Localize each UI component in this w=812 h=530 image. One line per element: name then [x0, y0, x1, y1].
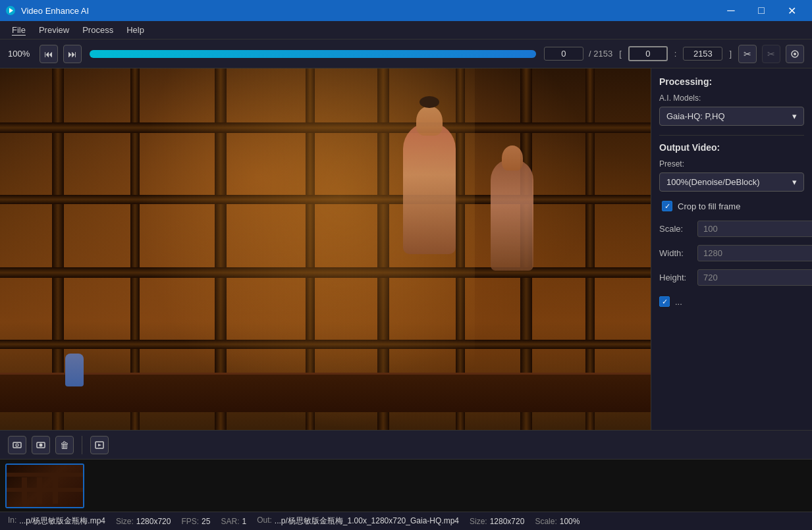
- input-size-status: Size: 1280x720: [116, 517, 171, 526]
- main-content: Processing: A.I. Models: Gaia-HQ: P,HQ ▾…: [0, 68, 812, 430]
- range-close-bracket: ]: [729, 49, 732, 59]
- out-size-label: Size:: [470, 517, 487, 526]
- person2-head: [502, 146, 523, 171]
- total-frames: / 2153: [589, 49, 612, 59]
- record-button[interactable]: [786, 45, 804, 63]
- person-2-silhouette: [491, 159, 533, 271]
- range-start-input[interactable]: [628, 46, 668, 61]
- toolbar-divider: [82, 436, 82, 454]
- step-forward-button[interactable]: ⏭: [63, 45, 82, 63]
- out-size-value: 1280x720: [490, 517, 525, 526]
- person1-ornament: [420, 96, 439, 108]
- scale-label: Scale:: [659, 224, 693, 234]
- input-file-status: In: ...p/杨思敏版金瓶梅.mp4: [8, 516, 105, 527]
- width-field-row: Width: px: [659, 245, 804, 261]
- menu-bar: File Preview Process Help: [0, 21, 812, 40]
- output-file-status: Out: ...p/杨思敏版金瓶梅_1.00x_1280x720_Gaia-HQ…: [257, 516, 459, 527]
- video-preview[interactable]: [0, 68, 651, 430]
- preset-dropdown[interactable]: 100%(Denoise/DeBlock) ▾: [659, 172, 804, 192]
- partial-label: ...: [675, 297, 682, 307]
- size-label: Size:: [116, 517, 134, 526]
- vase: [65, 354, 84, 386]
- screenshot-button[interactable]: [32, 436, 50, 454]
- output-video-title: Output Video:: [659, 142, 804, 153]
- playback-toolbar: 100% ⏮ ⏭ / 2153 [ : ] ✂ ✂: [0, 40, 812, 68]
- height-input[interactable]: [697, 269, 812, 286]
- window-controls: ─ □ ✕: [716, 0, 807, 21]
- skip-back-button[interactable]: ⏮: [40, 45, 58, 63]
- video-frame: [0, 68, 651, 430]
- range-open-bracket: [: [619, 49, 622, 59]
- table-surface: [0, 373, 651, 412]
- add-video-button[interactable]: [90, 436, 109, 454]
- video-thumbnail[interactable]: [5, 464, 84, 508]
- svg-point-7: [40, 443, 43, 446]
- delete-button[interactable]: 🗑: [55, 436, 74, 454]
- fps-value: 25: [202, 517, 210, 526]
- title-bar: Video Enhance AI ─ □ ✕: [0, 0, 812, 21]
- menu-process[interactable]: Process: [76, 22, 120, 38]
- height-field-row: Height: px: [659, 269, 804, 286]
- sar-label: SAR:: [221, 517, 239, 526]
- scale-val: 100%: [560, 517, 580, 526]
- svg-marker-9: [98, 444, 101, 446]
- scale-field-row: Scale: % 🔗: [659, 221, 804, 237]
- separator-1: [659, 135, 804, 136]
- output-scale-status: Scale: 100%: [535, 517, 580, 526]
- side-panel: Processing: A.I. Models: Gaia-HQ: P,HQ ▾…: [651, 68, 812, 430]
- thumbnail-strip: [0, 459, 812, 512]
- sar-value: 1: [242, 517, 246, 526]
- wood-bar-h1: [0, 122, 651, 133]
- partial-checkbox-row: ✓ ...: [659, 294, 804, 309]
- ai-model-chevron-icon: ▾: [792, 111, 797, 121]
- app-icon: [5, 5, 16, 16]
- crop-checkbox[interactable]: ✓: [662, 201, 672, 211]
- sar-status: SAR: 1: [221, 517, 246, 526]
- cut-button[interactable]: ✂: [738, 45, 757, 63]
- ai-models-label: A.I. Models:: [659, 93, 804, 103]
- menu-preview[interactable]: Preview: [32, 22, 76, 38]
- in-value: ...p/杨思敏版金瓶梅.mp4: [19, 516, 105, 527]
- output-size-status: Size: 1280x720: [470, 517, 524, 526]
- person-1-silhouette: [403, 122, 456, 254]
- partial-checkbox[interactable]: ✓: [659, 296, 670, 307]
- svg-point-3: [794, 53, 796, 55]
- out-label: Out:: [257, 516, 272, 527]
- wood-bar-h2: [0, 195, 651, 204]
- in-label: In:: [8, 516, 16, 527]
- preset-label: Preset:: [659, 159, 804, 169]
- preset-value: 100%(Denoise/DeBlock): [666, 177, 760, 187]
- width-input[interactable]: [697, 245, 812, 261]
- timeline-fill: [90, 50, 536, 58]
- app-title: Video Enhance AI: [21, 6, 716, 16]
- screenshot-add-button[interactable]: [8, 436, 26, 454]
- scale-input[interactable]: [697, 221, 812, 237]
- scale-key: Scale:: [535, 517, 556, 526]
- bottom-toolbar: 🗑: [0, 430, 812, 459]
- svg-rect-4: [13, 442, 21, 448]
- wood-bar-h3: [0, 267, 651, 278]
- person1-head: [416, 106, 443, 136]
- range-end-input[interactable]: [683, 47, 722, 61]
- processing-title: Processing:: [659, 76, 804, 87]
- menu-file[interactable]: File: [5, 22, 32, 38]
- ai-model-value: Gaia-HQ: P,HQ: [666, 111, 725, 121]
- minimize-button[interactable]: ─: [716, 0, 746, 21]
- thumbnail-image: [7, 465, 83, 507]
- height-label: Height:: [659, 273, 693, 282]
- range-colon: :: [674, 49, 677, 59]
- zoom-level: 100%: [8, 49, 34, 59]
- maximize-button[interactable]: □: [746, 0, 776, 21]
- width-label: Width:: [659, 248, 693, 258]
- close-button[interactable]: ✕: [776, 0, 807, 21]
- crop-label: Crop to fill frame: [678, 201, 740, 211]
- size-value: 1280x720: [136, 517, 171, 526]
- ai-model-dropdown[interactable]: Gaia-HQ: P,HQ ▾: [659, 107, 804, 126]
- current-frame-input[interactable]: [544, 47, 583, 61]
- timeline-scrubber[interactable]: [90, 50, 536, 58]
- cut-disabled-button: ✂: [762, 45, 780, 63]
- menu-help[interactable]: Help: [120, 22, 151, 38]
- crop-to-frame-row: ✓ Crop to fill frame: [659, 201, 804, 211]
- out-value: ...p/杨思敏版金瓶梅_1.00x_1280x720_Gaia-HQ.mp4: [275, 516, 459, 527]
- preset-chevron-icon: ▾: [792, 177, 797, 187]
